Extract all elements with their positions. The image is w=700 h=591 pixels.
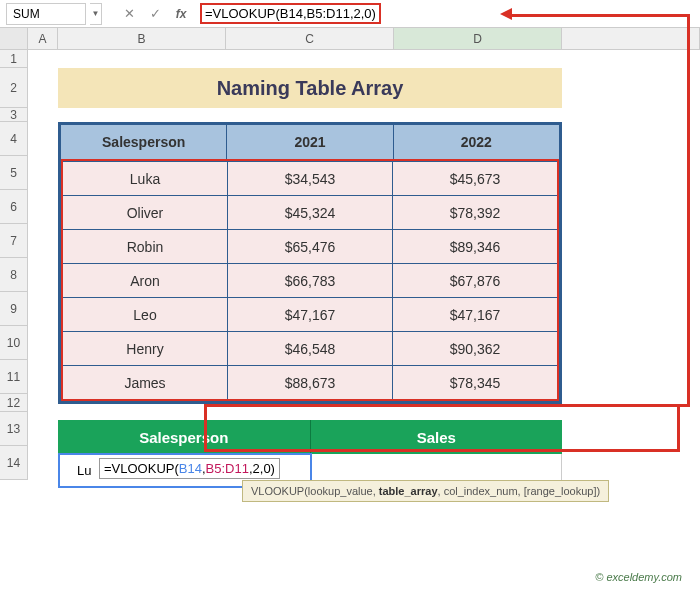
- table-row: Oliver$45,324$78,392: [63, 195, 557, 229]
- table-row: Aron$66,783$67,876: [63, 263, 557, 297]
- table-row: Henry$46,548$90,362: [63, 331, 557, 365]
- row-headers: 1 2 3 4 5 6 7 8 9 10 11 12 13 14: [0, 50, 28, 480]
- row-header[interactable]: 6: [0, 190, 28, 224]
- th-salesperson: Salesperson: [61, 125, 227, 159]
- table-row: Luka$34,543$45,673: [63, 161, 557, 195]
- row-header[interactable]: 7: [0, 224, 28, 258]
- cell-edit-overlay: =VLOOKUP(B14,B5:D11,2,0): [99, 458, 280, 479]
- annotation-arrow-head: [500, 8, 512, 20]
- row-header[interactable]: 12: [0, 394, 28, 412]
- worksheet-grid: A B C D 1 2 3 4 5 6 7 8 9 10 11 12 13 14…: [0, 28, 700, 480]
- fx-icon[interactable]: fx: [170, 3, 192, 25]
- col-header-d[interactable]: D: [394, 28, 562, 49]
- annotation-arrow-top: [506, 14, 690, 17]
- row-header[interactable]: 4: [0, 122, 28, 156]
- select-all-corner[interactable]: [0, 28, 28, 49]
- row-header[interactable]: 3: [0, 108, 28, 122]
- row-header[interactable]: 9: [0, 292, 28, 326]
- page-title: Naming Table Array: [58, 68, 562, 108]
- table-row: Leo$47,167$47,167: [63, 297, 557, 331]
- enter-icon[interactable]: ✓: [144, 3, 166, 25]
- name-box-dropdown[interactable]: ▼: [90, 3, 102, 25]
- annotation-arrow-line: [687, 14, 690, 404]
- row-header[interactable]: 8: [0, 258, 28, 292]
- col-header-b[interactable]: B: [58, 28, 226, 49]
- table-row: James$88,673$78,345: [63, 365, 557, 399]
- col-header-a[interactable]: A: [28, 28, 58, 49]
- lookup-table: Salesperson Sales Lu =VLOOKUP(B14,B5:D11…: [58, 420, 562, 488]
- annotation-arrow-turn: [680, 404, 690, 407]
- th-2021: 2021: [227, 125, 393, 159]
- name-box[interactable]: SUM: [6, 3, 86, 25]
- table-body-selection: Luka$34,543$45,673 Oliver$45,324$78,392 …: [61, 159, 559, 401]
- formula-highlight: =VLOOKUP(B14,B5:D11,2,0): [200, 3, 381, 24]
- column-headers: A B C D: [0, 28, 700, 50]
- row-header[interactable]: 14: [0, 446, 28, 480]
- data-table: Salesperson 2021 2022 Luka$34,543$45,673…: [58, 122, 562, 404]
- row-header[interactable]: 2: [0, 68, 28, 108]
- lh-sales: Sales: [311, 420, 563, 454]
- row-header[interactable]: 10: [0, 326, 28, 360]
- th-2022: 2022: [394, 125, 559, 159]
- table-header-row: Salesperson 2021 2022: [61, 125, 559, 159]
- lh-salesperson: Salesperson: [58, 420, 311, 454]
- cells-area[interactable]: Naming Table Array Salesperson 2021 2022…: [28, 50, 700, 480]
- col-header-c[interactable]: C: [226, 28, 394, 49]
- table-row: Robin$65,476$89,346: [63, 229, 557, 263]
- watermark: © exceldemy.com: [595, 571, 682, 583]
- function-syntax-tooltip: VLOOKUP(lookup_value, table_array, col_i…: [242, 480, 609, 502]
- col-header-rest: [562, 28, 700, 49]
- cancel-icon[interactable]: ✕: [118, 3, 140, 25]
- row-header[interactable]: 5: [0, 156, 28, 190]
- row-header[interactable]: 1: [0, 50, 28, 68]
- row-header[interactable]: 13: [0, 412, 28, 446]
- row-header[interactable]: 11: [0, 360, 28, 394]
